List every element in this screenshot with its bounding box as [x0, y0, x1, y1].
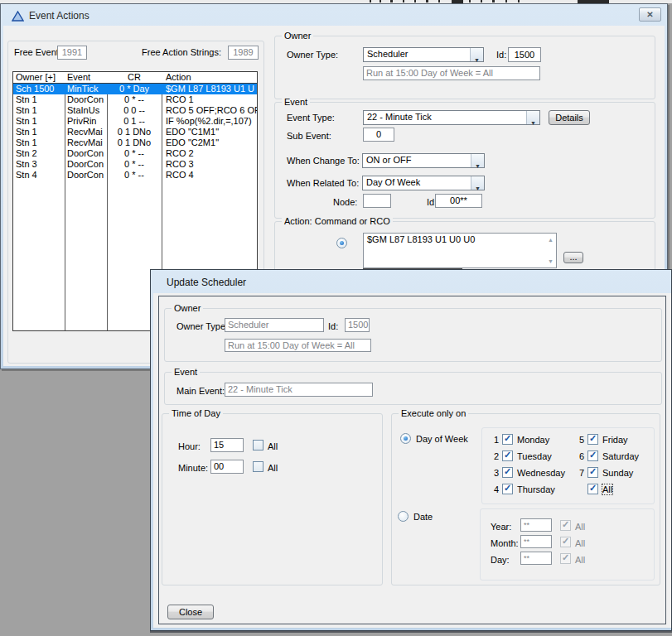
- day-label: Thursday: [517, 484, 555, 494]
- when-related-to-label: When Related To:: [287, 178, 359, 188]
- checkbox-thursday[interactable]: ✓: [502, 484, 513, 494]
- event-actions-titlebar[interactable]: Event Actions ✕: [2, 5, 666, 26]
- owner-description-field[interactable]: Run at 15:00 Day of Week = All: [225, 339, 371, 352]
- day-label: Monday: [517, 435, 549, 445]
- scroll-down-icon[interactable]: ▼: [548, 258, 554, 264]
- command-textarea[interactable]: $GM L87 L8193 U1 U0 U0 ▲ ▼: [363, 233, 557, 268]
- hour-all-label: All: [268, 441, 278, 451]
- cell-action: RCO 3: [162, 159, 257, 170]
- table-row[interactable]: Stn 1 PrivRin 0 1 -- IF %op(%2.dir,=,107…: [13, 116, 257, 127]
- table-row[interactable]: Stn 4 DoorCon 0 * -- RCO 4: [13, 170, 257, 181]
- table-row[interactable]: Stn 1 RecvMai 0 1 DNo EDO "C2M1": [13, 137, 257, 148]
- free-action-strings-field[interactable]: 1989: [228, 46, 259, 60]
- event-group-label: Event: [172, 367, 200, 377]
- update-scheduler-window: Update Scheduler Owner Owner Type: Sched…: [150, 269, 672, 631]
- day-label: Day:: [491, 555, 510, 565]
- table-header[interactable]: Owner [+] Event CR Action: [13, 72, 257, 84]
- chevron-down-icon[interactable]: ▼: [470, 48, 483, 61]
- cell-event: RecvMai: [65, 127, 107, 137]
- column-header-action[interactable]: Action: [162, 72, 257, 83]
- time-of-day-group: Time of Day Hour: 15 All Minute: 00 All: [162, 413, 383, 585]
- checkbox-sunday[interactable]: ✓: [587, 467, 598, 478]
- cell-event: StaInUs: [65, 105, 107, 116]
- day-label: Saturday: [602, 451, 639, 461]
- column-header-cr[interactable]: CR: [107, 72, 162, 83]
- cell-cr: 0 * --: [107, 94, 162, 105]
- when-related-to-combobox[interactable]: Day Of Week ▼: [362, 176, 485, 190]
- day-number: 7: [579, 468, 584, 478]
- cell-owner: Stn 1: [13, 137, 65, 148]
- table-row-selected[interactable]: Sch 1500 MinTick 0 * Day $GM L87 L8193 U…: [13, 84, 257, 94]
- event-type-combobox[interactable]: 22 - Minute Tick ▼: [363, 110, 540, 125]
- browse-button[interactable]: ...: [563, 252, 583, 263]
- table-row[interactable]: Stn 1 DoorCon 0 * -- RCO 1: [13, 94, 257, 105]
- chevron-down-icon[interactable]: ▼: [526, 111, 539, 124]
- checkbox-tuesday[interactable]: ✓: [502, 450, 513, 461]
- month-label: Month:: [491, 538, 519, 548]
- sub-event-field[interactable]: 0: [363, 128, 394, 142]
- table-row[interactable]: Stn 1 RecvMai 0 1 DNo EDO "C1M1": [13, 127, 257, 137]
- owner-type-combobox[interactable]: Scheduler ▼: [363, 47, 484, 62]
- cell-cr: 0 1 --: [107, 116, 162, 127]
- related-id-field[interactable]: 00**: [435, 194, 482, 208]
- table-row[interactable]: Stn 1 StaInUs 0 0 -- RCO 5 OFF;RCO 6 OF: [13, 105, 257, 116]
- column-header-event[interactable]: Event: [65, 72, 107, 83]
- scroll-up-icon[interactable]: ▲: [548, 237, 554, 243]
- checkbox-friday[interactable]: ✓: [587, 434, 598, 445]
- checkbox-wednesday[interactable]: ✓: [502, 467, 513, 478]
- day-all-checkbox: ✓: [560, 553, 571, 564]
- node-field[interactable]: [363, 194, 391, 208]
- app-triangle-icon: [12, 10, 24, 21]
- minute-all-checkbox[interactable]: [253, 461, 263, 472]
- update-scheduler-client: Owner Owner Type: Scheduler Id: 1500 Run…: [153, 293, 671, 628]
- main-event-field[interactable]: 22 - Minute Tick: [225, 383, 373, 397]
- table-row[interactable]: Stn 3 DoorCon 0 * -- RCO 3: [13, 159, 257, 170]
- table-row[interactable]: Stn 2 DoorCon 0 * -- RCO 2: [13, 148, 257, 159]
- day-field[interactable]: **: [520, 552, 552, 565]
- month-field[interactable]: **: [520, 535, 552, 548]
- hour-field[interactable]: 15: [210, 438, 244, 452]
- year-field[interactable]: **: [520, 518, 552, 532]
- chevron-down-icon[interactable]: ▼: [471, 154, 484, 167]
- minute-all-label: All: [268, 463, 278, 473]
- owner-description-field[interactable]: Run at 15:00 Day of Week = All: [363, 66, 540, 80]
- cell-event: DoorCon: [65, 170, 107, 181]
- event-type-value: 22 - Minute Tick: [367, 112, 432, 122]
- free-events-field[interactable]: 1991: [57, 46, 87, 60]
- when-change-to-combobox[interactable]: ON or OFF ▼: [362, 153, 485, 168]
- close-icon[interactable]: ✕: [639, 7, 661, 22]
- checkbox-all-days[interactable]: ✓: [587, 484, 598, 494]
- owner-id-field[interactable]: 1500: [345, 318, 370, 332]
- cell-event: RecvMai: [65, 137, 107, 148]
- details-button[interactable]: Details: [549, 110, 590, 125]
- owner-group-label: Owner: [172, 303, 203, 313]
- day-number: 4: [494, 484, 499, 494]
- owner-type-label: Owner Type:: [176, 321, 228, 331]
- day-number: 2: [494, 451, 499, 461]
- when-change-to-label: When Change To:: [287, 156, 360, 166]
- owner-id-field[interactable]: 1500: [508, 47, 541, 62]
- date-radio[interactable]: [398, 511, 409, 522]
- cell-action: RCO 1: [162, 94, 257, 105]
- update-scheduler-titlebar[interactable]: Update Scheduler: [152, 271, 671, 293]
- cell-action: IF %op(%2.dir,=,107): [162, 116, 257, 127]
- close-button[interactable]: Close: [167, 605, 214, 619]
- command-radio[interactable]: [336, 238, 347, 248]
- cell-event: MinTick: [65, 84, 107, 94]
- owner-type-field[interactable]: Scheduler: [225, 318, 324, 332]
- cell-cr: 0 1 DNo: [107, 127, 162, 137]
- checkbox-monday[interactable]: ✓: [502, 434, 513, 445]
- column-header-owner[interactable]: Owner [+]: [13, 72, 65, 83]
- minute-label: Minute:: [178, 463, 208, 473]
- day-number: 3: [494, 468, 499, 478]
- day-of-week-radio[interactable]: [400, 433, 411, 444]
- checkbox-saturday[interactable]: ✓: [587, 450, 598, 461]
- minute-field[interactable]: 00: [210, 460, 244, 474]
- hour-all-checkbox[interactable]: [253, 440, 263, 450]
- command-text: $GM L87 L8193 U1 U0 U0: [367, 234, 475, 244]
- when-related-to-value: Day Of Week: [366, 177, 420, 187]
- cell-event: DoorCon: [65, 159, 107, 170]
- chevron-down-icon[interactable]: ▼: [471, 176, 484, 190]
- cell-event: DoorCon: [65, 94, 107, 105]
- cell-owner: Stn 1: [13, 94, 65, 105]
